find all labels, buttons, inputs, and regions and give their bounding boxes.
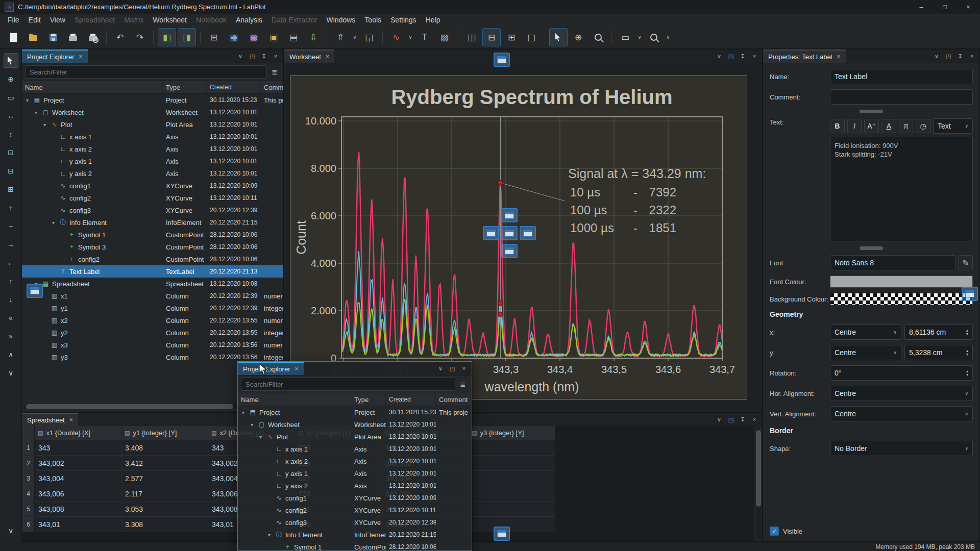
dock-indicator-center-right[interactable]: [520, 226, 536, 240]
table-cell[interactable]: [469, 440, 555, 456]
expander-icon[interactable]: ▾: [240, 410, 247, 415]
new-window-button[interactable]: ◱: [360, 28, 378, 46]
tree-row-x-axis-1[interactable]: ∟x axis 1Axis13.12.2020 10:01: [22, 131, 283, 143]
expander-icon[interactable]: ▾: [249, 422, 255, 428]
splitter-grip[interactable]: [860, 110, 883, 113]
tree-row-x1[interactable]: ▥x1Column20.12.2020 12:39numerical: [22, 290, 283, 302]
maximize-button[interactable]: □: [933, 0, 957, 14]
add-text-label-button[interactable]: T: [415, 28, 434, 46]
table-cell[interactable]: 343,002: [35, 456, 121, 471]
underline-button[interactable]: A: [881, 119, 896, 133]
tab-project-explorer-floating[interactable]: Project Explorer ×: [238, 362, 304, 375]
table-cell[interactable]: 343,01: [35, 517, 121, 532]
dock-indicator-center-bottom[interactable]: [501, 244, 518, 258]
close-icon[interactable]: ×: [69, 416, 73, 423]
crosshair-mode-button[interactable]: ⊕: [569, 28, 587, 46]
spin-down-icon[interactable]: ▾: [966, 353, 968, 356]
select-tool[interactable]: [4, 53, 18, 68]
dock-menu-icon[interactable]: ∨: [714, 51, 724, 61]
x-position-combo[interactable]: Centre∨: [830, 324, 901, 340]
table-cell[interactable]: [469, 471, 555, 486]
vertical-layout-button[interactable]: ◫: [462, 28, 481, 46]
superscript-button[interactable]: A⁺: [864, 119, 879, 133]
float-icon[interactable]: ◳: [726, 51, 736, 61]
table-cell[interactable]: 343,008: [35, 502, 121, 517]
column-header-name[interactable]: Name: [238, 393, 351, 406]
select-mode-button[interactable]: [549, 28, 568, 46]
redo-button[interactable]: ↷: [131, 28, 149, 46]
tree-row-plot[interactable]: ▾∿PlotPlot Area13.12.2020 10:01: [238, 431, 472, 443]
row-number[interactable]: 6: [22, 517, 35, 532]
expander-icon[interactable]: ▾: [33, 110, 39, 115]
new-workbook-button[interactable]: ⊞: [205, 28, 223, 46]
italic-button[interactable]: I: [847, 119, 862, 133]
expander-icon[interactable]: ▾: [41, 122, 48, 128]
pin-icon[interactable]: ↧: [738, 414, 748, 424]
menu-windows[interactable]: Windows: [322, 15, 360, 25]
table-cell[interactable]: 3.408: [121, 440, 208, 456]
pin-icon[interactable]: ↧: [259, 51, 269, 61]
break-layout-button[interactable]: ▢: [522, 28, 541, 46]
pin-icon[interactable]: ↧: [955, 51, 965, 61]
tree-row-x-axis-2[interactable]: ∟x axis 2Axis13.12.2020 10:01: [22, 143, 283, 155]
tree-row-config1[interactable]: ∿config1XYCurve13.12.2020 10:09: [238, 492, 472, 504]
tree-row-spreadsheet[interactable]: ▾▦SpreadsheetSpreadsheet13.12.2020 10:08: [22, 278, 283, 290]
print-button[interactable]: [64, 28, 82, 46]
insert-symbol-button[interactable]: π: [899, 119, 914, 133]
name-field[interactable]: Text Label: [830, 69, 973, 84]
hor-alignment-combo[interactable]: Centre∨: [830, 386, 973, 401]
dock-menu-icon[interactable]: ∨: [435, 363, 446, 373]
column-header-comment[interactable]: Comment: [436, 393, 472, 406]
shift-up-y-tool[interactable]: ∧: [4, 347, 18, 362]
filter-options-icon[interactable]: ≣: [269, 66, 280, 78]
tree-row-y-axis-1[interactable]: ∟y axis 1Axis13.12.2020 10:01: [22, 155, 283, 167]
insert-datetime-button[interactable]: ◷: [916, 119, 930, 133]
tree-row-config2[interactable]: ∿config2XYCurve13.12.2020 10:11: [22, 192, 283, 204]
tree-header[interactable]: Name Type Created Comment: [22, 81, 283, 94]
new-worksheet-button[interactable]: ▣: [264, 28, 283, 46]
tree-row-y1[interactable]: ▥y1Column20.12.2020 12:39integer da: [22, 302, 283, 314]
y-position-combo[interactable]: Centre∨: [830, 345, 901, 360]
tree-row-text-label[interactable]: TText LabelTextLabel20.12.2020 21:13: [22, 265, 283, 278]
pin-icon[interactable]: ↧: [738, 51, 748, 61]
auto-scale-tool[interactable]: ⊡: [4, 145, 18, 160]
menu-edit[interactable]: Edit: [24, 15, 45, 25]
background-colour-swatch[interactable]: [830, 293, 973, 305]
new-matrix-button[interactable]: ▩: [244, 28, 263, 46]
tab-spreadsheet[interactable]: Spreadsheet ×: [22, 413, 78, 426]
dock-indicator-center-top[interactable]: [501, 208, 518, 222]
zoom-out-y-tool[interactable]: ↓: [4, 292, 18, 307]
tree-row-symbol-1[interactable]: +Symbol 1CustomPoint28.12.2020 10:06: [238, 541, 472, 551]
tree-row-x2[interactable]: ▥x2Column20.12.2020 13:55numerical: [22, 314, 283, 327]
expander-icon[interactable]: ▾: [50, 220, 57, 226]
select-region-button-dropdown-icon[interactable]: ∨: [636, 29, 643, 46]
expander-icon[interactable]: ▾: [266, 532, 273, 538]
sheet-column-header-5[interactable]: ▤y3 {Integer} [Y]: [469, 426, 555, 440]
dock-indicator-center[interactable]: [501, 226, 518, 240]
zoom-in-tool[interactable]: +: [4, 200, 18, 215]
float-icon[interactable]: ◳: [726, 414, 736, 424]
zoom-out-x-tool[interactable]: ←: [4, 255, 18, 270]
export-button[interactable]: ⇧: [331, 28, 350, 46]
vertical-scrollbar[interactable]: [756, 428, 761, 539]
export-button-dropdown-icon[interactable]: ∨: [351, 29, 358, 46]
tree-row-config3[interactable]: ∿config3XYCurve20.12.2020 12:39: [238, 516, 472, 529]
tree-row-worksheet[interactable]: ▾▢WorksheetWorksheet13.12.2020 10:01: [238, 418, 472, 431]
tree-header[interactable]: Name Type Created Comment: [238, 393, 472, 406]
tree-row-project[interactable]: ▾▤ProjectProject30.11.2020 15:23This pro…: [238, 406, 472, 418]
zoom-x-select-tool[interactable]: ↔: [4, 108, 18, 123]
dock-indicator-center-left[interactable]: [483, 226, 499, 240]
text-mode-combo[interactable]: Text∨: [933, 118, 973, 134]
border-shape-combo[interactable]: No Border∨: [830, 441, 973, 456]
grid-layout-button[interactable]: ⊞: [502, 28, 521, 46]
edit-font-icon[interactable]: ✎: [959, 255, 973, 270]
tree-row-x-axis-1[interactable]: ∟x axis 1Axis13.12.2020 10:01: [238, 443, 472, 455]
open-project-button[interactable]: [24, 28, 42, 46]
expander-icon[interactable]: ▾: [257, 434, 264, 440]
menu-worksheet[interactable]: Worksheet: [148, 15, 191, 25]
table-cell[interactable]: 2.117: [121, 486, 208, 502]
crosshair-cursor-tool[interactable]: ⊕: [4, 71, 18, 86]
menu-settings[interactable]: Settings: [386, 15, 421, 25]
table-cell[interactable]: 3.053: [121, 502, 208, 517]
tree-row-info-element[interactable]: ▾ⓘInfo ElementInfoElement20.12.2020 21:1…: [238, 529, 472, 541]
